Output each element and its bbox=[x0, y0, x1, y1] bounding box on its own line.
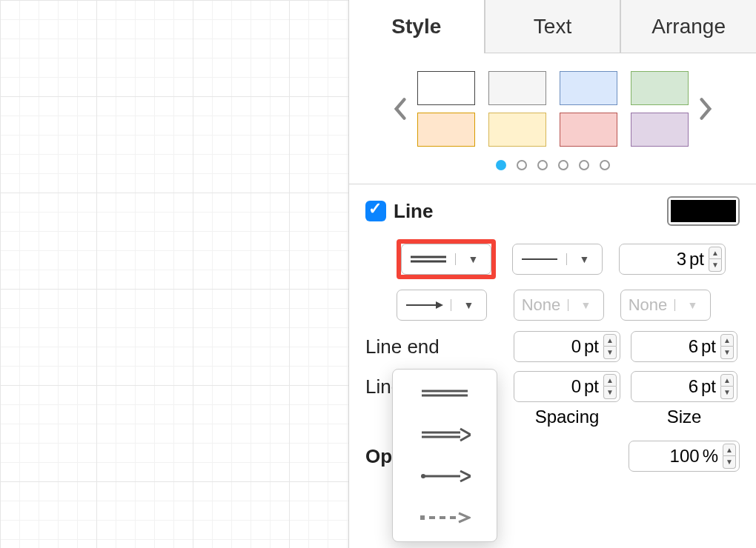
arrow-right-icon bbox=[403, 298, 445, 313]
pager-dot-2[interactable] bbox=[517, 160, 527, 170]
chevron-down-icon: ▼ bbox=[455, 253, 491, 265]
line-checkbox[interactable] bbox=[365, 201, 386, 221]
arrow-end-dropdown[interactable]: None ▼ bbox=[620, 290, 711, 321]
pager-dot-4[interactable] bbox=[558, 160, 568, 170]
line-style-option-double-arrow[interactable] bbox=[393, 414, 497, 455]
canvas[interactable]: H O bbox=[0, 0, 348, 548]
line-end-spacing-input[interactable]: 0pt ▲▼ bbox=[514, 331, 620, 362]
line-end-label: Line end bbox=[365, 335, 514, 358]
pager-dot-3[interactable] bbox=[537, 160, 548, 170]
connector-type-dropdown[interactable]: ▼ bbox=[397, 290, 487, 321]
chevron-down-icon: ▼ bbox=[566, 253, 602, 265]
tab-arrange[interactable]: Arrange bbox=[620, 0, 756, 53]
swatch-white[interactable] bbox=[417, 71, 475, 105]
tab-text[interactable]: Text bbox=[485, 0, 621, 53]
line-start-size-input[interactable]: 6pt ▲▼ bbox=[631, 371, 737, 402]
double-line-icon bbox=[408, 252, 449, 267]
molecule-drawing[interactable]: H O bbox=[0, 0, 222, 111]
swatch-blue[interactable] bbox=[560, 71, 617, 105]
swatch-pager bbox=[349, 153, 756, 184]
swatch-red[interactable] bbox=[560, 113, 617, 147]
swatch-purple[interactable] bbox=[631, 113, 689, 147]
line-style-option-single-arrow[interactable] bbox=[393, 455, 497, 497]
swatch-yellow[interactable] bbox=[488, 113, 546, 147]
panel-tabs: Style Text Arrange bbox=[349, 0, 756, 53]
pager-dot-6[interactable] bbox=[600, 160, 610, 170]
line-style-option-dashed-arrow[interactable] bbox=[393, 497, 497, 538]
swatch-orange[interactable] bbox=[417, 113, 475, 147]
color-swatch-grid bbox=[417, 71, 689, 147]
line-style-highlight: ▼ bbox=[397, 239, 496, 279]
chevron-down-icon: ▼ bbox=[674, 299, 710, 311]
opacity-input[interactable]: 100% ▲▼ bbox=[629, 441, 740, 472]
tab-style[interactable]: Style bbox=[349, 0, 485, 53]
line-start-spacing-input[interactable]: 0pt ▲▼ bbox=[514, 371, 620, 402]
chevron-down-icon: ▼ bbox=[568, 299, 603, 311]
spacing-column-label: Spacing bbox=[514, 407, 620, 427]
line-end-size-input[interactable]: 6pt ▲▼ bbox=[631, 331, 737, 362]
swatches-next[interactable] bbox=[693, 96, 718, 121]
svg-rect-21 bbox=[420, 515, 425, 520]
swatch-green[interactable] bbox=[631, 71, 689, 105]
solid-line-icon bbox=[519, 252, 560, 267]
line-dash-dropdown[interactable]: ▼ bbox=[512, 244, 603, 275]
line-section-label: Line bbox=[394, 200, 433, 223]
line-color-well[interactable] bbox=[667, 196, 740, 226]
pager-dot-1[interactable] bbox=[496, 160, 506, 170]
pager-dot-5[interactable] bbox=[579, 160, 589, 170]
line-style-popup bbox=[392, 369, 497, 542]
line-style-dropdown[interactable]: ▼ bbox=[401, 244, 491, 275]
line-thickness-input[interactable]: 3 pt ▲▼ bbox=[619, 244, 726, 275]
chevron-down-icon: ▼ bbox=[451, 299, 486, 311]
size-column-label: Size bbox=[631, 407, 737, 427]
swatches-prev[interactable] bbox=[388, 96, 413, 121]
arrow-start-dropdown[interactable]: None ▼ bbox=[514, 290, 604, 321]
thickness-stepper[interactable]: ▲▼ bbox=[709, 247, 722, 272]
line-style-option-double[interactable] bbox=[393, 372, 497, 414]
right-panel: Style Text Arrange bbox=[348, 0, 756, 548]
swatch-grey[interactable] bbox=[488, 71, 546, 105]
svg-point-20 bbox=[421, 474, 425, 478]
